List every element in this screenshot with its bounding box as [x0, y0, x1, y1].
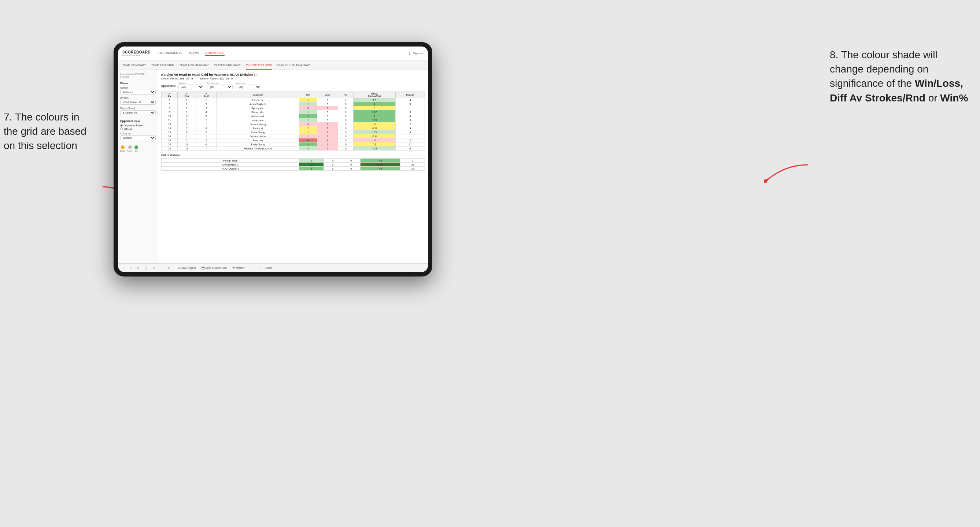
- table-row: 10 6 3 Andrea York 2 0 0 4 4: [162, 114, 425, 118]
- cell-conf: 1: [196, 98, 216, 102]
- overall-record-label: Overall Record: 353 - 34 - 6: [161, 77, 193, 80]
- cell-tie: 0: [338, 122, 353, 126]
- sidebar-player-rank-select[interactable]: 8. Katelyn Vo: [120, 110, 156, 115]
- annotation-right: 8. The colour shade will change dependin…: [830, 48, 969, 105]
- cell-opponent: Emily Chang: [216, 143, 299, 146]
- sidebar-player-section: Player: [120, 82, 156, 85]
- toolbar-watch[interactable]: 👁 Watch ▾: [231, 266, 246, 270]
- sub-nav-player-h2h-heatmap[interactable]: PLAYER H2H HEATMAP: [277, 60, 310, 70]
- cell-reg: 1: [178, 98, 196, 102]
- radio-dot-opponents: [120, 124, 123, 127]
- radio-dot-top100: [120, 127, 123, 130]
- cell-reg: 1: [178, 118, 196, 122]
- toolbar-bottom: ↩ ↪ ⟳ 📋 ✂ ··· ⏱ ⊞ View: Original 💾 Save …: [118, 264, 428, 272]
- cell-div: 18: [162, 138, 178, 143]
- annotation-left-text: 7. The colours inthe grid are basedon th…: [4, 110, 99, 153]
- cell-loss: 0: [317, 114, 338, 118]
- opponent-select[interactable]: (All): [235, 84, 261, 89]
- sidebar-colour-by-select[interactable]: Win/loss: [120, 135, 156, 140]
- cell-loss: 2: [317, 134, 338, 138]
- cell-reg: 3: [178, 106, 196, 110]
- sub-nav-team-h2h-grid[interactable]: TEAM H2H GRID: [151, 60, 174, 70]
- filter-opponent: Opponent (All): [235, 82, 261, 89]
- cell-reg: 2: [178, 138, 196, 143]
- last-updated: Last Updated: 27/03/202416:55:38: [120, 73, 156, 79]
- cell-div: 6: [162, 106, 178, 110]
- legend-down-label: Down: [120, 150, 125, 152]
- sub-nav-team-h2h-heatmap[interactable]: TEAM H2H HEATMAP: [179, 60, 209, 70]
- cell-tie: 0: [338, 102, 353, 106]
- cell-rounds: [396, 106, 425, 110]
- toolbar-share-btn[interactable]: Share: [264, 266, 274, 270]
- colour-circle-down: [121, 145, 124, 149]
- cell-tie: 0: [338, 143, 353, 146]
- toolbar-copy[interactable]: 📋: [143, 266, 149, 270]
- sidebar-opponent-view-label: Opponent view: [120, 119, 156, 123]
- cell-reg: 1: [178, 134, 196, 138]
- radio-opponents-played[interactable]: Opponents Played: [120, 124, 156, 127]
- toolbar-undo[interactable]: ↩: [121, 266, 126, 270]
- cell-rounds: 3: [396, 110, 425, 114]
- cell-div: 15: [162, 130, 178, 134]
- colour-circle-up: [134, 145, 138, 149]
- cell-conf: 4: [196, 126, 216, 130]
- nav-link-committee[interactable]: COMMITTEE: [205, 51, 224, 56]
- sign-out-link[interactable]: Sign out: [413, 52, 423, 55]
- cell-reg: 2: [178, 102, 196, 106]
- sub-nav-team-summary[interactable]: TEAM SUMMARY: [123, 60, 146, 70]
- table-row: 20 11 7 Federica Domecq Lacroze 2 1 0 1.…: [162, 146, 425, 151]
- ood-table-row: Foreign Team 1 0 0 4.5 2: [162, 159, 425, 163]
- cell-win: 1: [299, 118, 317, 122]
- region-select[interactable]: (All): [178, 84, 204, 89]
- cell-opponent: Stella Cheng: [216, 130, 299, 134]
- colour-legend: Down Level Up: [120, 145, 156, 152]
- col-loss: Loss: [317, 92, 338, 98]
- sub-nav-player-summary[interactable]: PLAYER SUMMARY: [214, 60, 241, 70]
- toolbar-share-icon[interactable]: ⬚: [256, 266, 262, 270]
- col-rounds: Rounds: [396, 92, 425, 98]
- cell-reg: 1: [178, 122, 196, 126]
- cell-diff: 1.5: [353, 98, 396, 102]
- cell-rounds: 3: [396, 118, 425, 122]
- cell-rounds: 2: [396, 138, 425, 143]
- sidebar-gender-label: Gender: [120, 86, 156, 89]
- annotation-left: 7. The colours inthe grid are basedon th…: [4, 110, 99, 153]
- toolbar-refresh[interactable]: ⟳: [135, 266, 141, 270]
- radio-top100[interactable]: Top 100: [120, 127, 156, 130]
- cell-loss: 1: [317, 143, 338, 146]
- cell-ood-diff: 9.267: [360, 163, 400, 167]
- conference-select[interactable]: (All): [207, 84, 232, 89]
- sub-nav-player-h2h-grid[interactable]: PLAYER H2H GRID: [246, 60, 272, 70]
- overall-record-label-text: Overall Record:: [161, 77, 179, 80]
- cell-opponent: Eunice Yi: [216, 126, 299, 130]
- cell-tie: 0: [338, 138, 353, 143]
- toolbar-save-custom[interactable]: 💾 Save Custom View: [200, 266, 229, 270]
- cell-opponent: Euna Lee: [216, 138, 299, 143]
- sidebar-division-select[interactable]: NCAA Division III: [120, 100, 156, 105]
- toolbar-redo[interactable]: ↪: [128, 266, 134, 270]
- cell-ood-tie: 0: [342, 159, 360, 163]
- toolbar-share-grid[interactable]: ⬚: [248, 266, 254, 270]
- toolbar-more[interactable]: ···: [159, 266, 164, 270]
- cell-ood-loss: 0: [323, 167, 342, 171]
- cell-reg: 6: [178, 114, 196, 118]
- nav-separator: |: [409, 52, 410, 55]
- sidebar-gender-select[interactable]: Women's: [120, 90, 156, 94]
- toolbar-view-original[interactable]: ⊞ View: Original: [176, 266, 198, 270]
- table-row: 18 2 2 Euna Lee 0 3 0 -5 2: [162, 138, 425, 143]
- table-row: 20 11 6 Emily Chang 4 1 0 0.3 11: [162, 143, 425, 146]
- cell-win: 2: [299, 126, 317, 130]
- nav-link-tournaments[interactable]: TOURNAMENTS: [158, 51, 183, 56]
- sidebar-player-rank-label: Player (Rank): [120, 107, 156, 110]
- nav-link-teams[interactable]: TEAMS: [188, 51, 199, 56]
- cell-conf: 1: [196, 122, 216, 126]
- cell-conf: 5: [196, 130, 216, 134]
- cell-conf: 1: [196, 134, 216, 138]
- toolbar-timer[interactable]: ⏱: [166, 266, 172, 270]
- cell-opponent: Esther Lee: [216, 98, 299, 102]
- table-row: 3 1 1 Esther Lee 1 0 1 1.5 4: [162, 98, 425, 102]
- cell-reg: 1: [178, 110, 196, 114]
- cell-win: 1: [299, 134, 317, 138]
- table-row: 14 7 4 Eunice Yi 2 2 0 0.38 9: [162, 126, 425, 130]
- toolbar-cut[interactable]: ✂: [151, 266, 156, 270]
